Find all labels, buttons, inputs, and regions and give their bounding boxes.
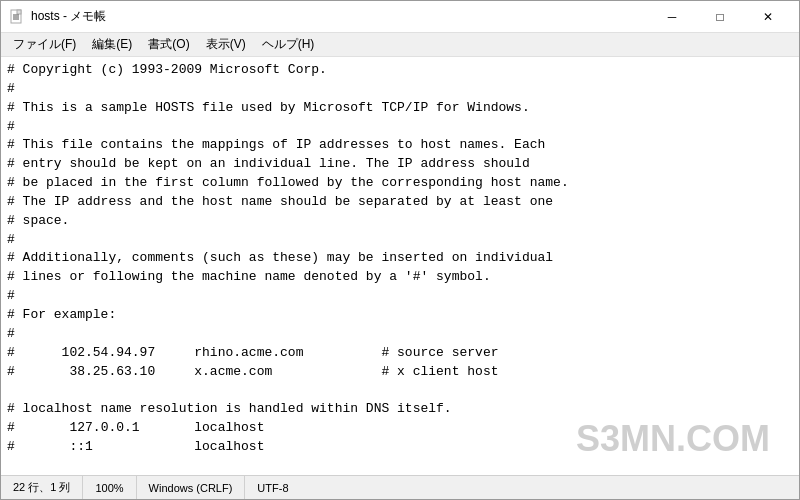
zoom-level: 100%	[83, 476, 136, 499]
close-button[interactable]: ✕	[745, 3, 791, 31]
minimize-button[interactable]: ─	[649, 3, 695, 31]
menu-view[interactable]: 表示(V)	[198, 34, 254, 55]
title-bar-left: hosts - メモ帳	[9, 8, 106, 25]
menu-edit[interactable]: 編集(E)	[84, 34, 140, 55]
maximize-button[interactable]: □	[697, 3, 743, 31]
encoding: UTF-8	[245, 476, 300, 499]
editor-container[interactable]	[1, 57, 799, 475]
text-editor[interactable]	[7, 61, 793, 471]
menu-format[interactable]: 書式(O)	[140, 34, 197, 55]
title-bar: hosts - メモ帳 ─ □ ✕	[1, 1, 799, 33]
menu-help[interactable]: ヘルプ(H)	[254, 34, 323, 55]
status-bar: 22 行、1 列 100% Windows (CRLF) UTF-8	[1, 475, 799, 499]
window-controls: ─ □ ✕	[649, 3, 791, 31]
app-icon	[9, 9, 25, 25]
cursor-position: 22 行、1 列	[1, 476, 83, 499]
svg-rect-1	[17, 10, 21, 14]
menu-bar: ファイル(F) 編集(E) 書式(O) 表示(V) ヘルプ(H)	[1, 33, 799, 57]
window-title: hosts - メモ帳	[31, 8, 106, 25]
menu-file[interactable]: ファイル(F)	[5, 34, 84, 55]
notepad-window: hosts - メモ帳 ─ □ ✕ ファイル(F) 編集(E) 書式(O) 表示…	[0, 0, 800, 500]
line-ending: Windows (CRLF)	[137, 476, 246, 499]
